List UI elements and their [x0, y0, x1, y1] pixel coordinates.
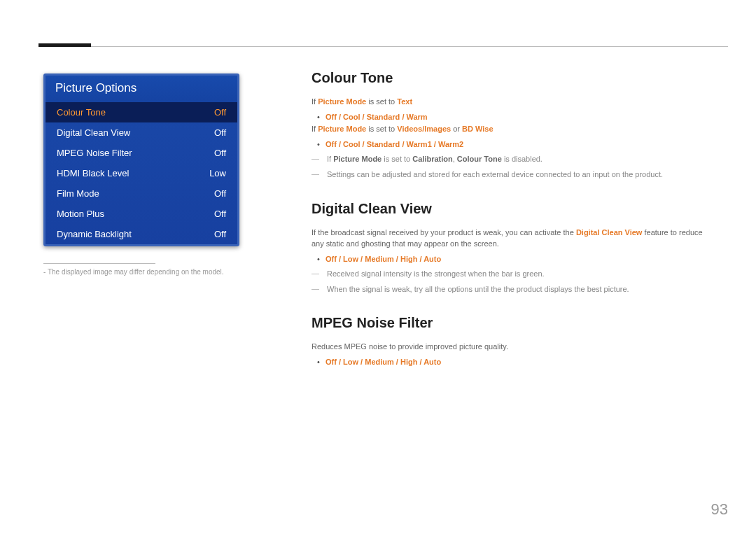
menu-item-digital-clean-view[interactable]: Digital Clean View Off: [46, 122, 237, 143]
ct-line1: If Picture Mode is set to Text: [312, 96, 710, 108]
dcv-note2: When the signal is weak, try all the opt…: [312, 283, 710, 296]
ct-line2: If Picture Mode is set to Videos/Images …: [312, 123, 710, 135]
section-title: Digital Clean View: [312, 201, 710, 217]
menu-item-value: Off: [214, 188, 226, 199]
hl-options: Off / Cool / Standard / Warm1 / Warm2: [326, 140, 463, 148]
menu-item-value: Off: [214, 127, 226, 138]
bold-colour-tone: Colour Tone: [457, 155, 502, 163]
ct-note2: Settings can be adjusted and stored for …: [312, 169, 710, 181]
hl-digital-clean-view: Digital Clean View: [576, 228, 643, 237]
left-column: Picture Options Colour Tone Off Digital …: [43, 73, 239, 276]
menu-item-label: Film Mode: [57, 188, 99, 199]
menu-item-dynamic-backlight[interactable]: Dynamic Backlight Off: [46, 224, 237, 244]
section-mpeg-noise-filter: MPEG Noise Filter Reduces MPEG noise to …: [312, 315, 710, 368]
menu-item-label: Digital Clean View: [57, 127, 130, 138]
menu-item-label: Colour Tone: [57, 107, 106, 118]
section-title: Colour Tone: [312, 70, 710, 86]
text: If: [312, 125, 318, 133]
mpeg-para: Reduces MPEG noise to provide improved p…: [312, 341, 710, 353]
menu-item-label: MPEG Noise Filter: [57, 148, 132, 158]
menu-item-value: Off: [214, 148, 226, 158]
text: If the broadcast signal received by your…: [312, 228, 576, 237]
text: is set to: [366, 125, 397, 133]
ct-bullet2: Off / Cool / Standard / Warm1 / Warm2: [312, 138, 710, 151]
menu-item-motion-plus[interactable]: Motion Plus Off: [46, 204, 237, 224]
hl-text: Text: [397, 97, 412, 106]
text: If: [327, 155, 333, 163]
picture-options-menu: Picture Options Colour Tone Off Digital …: [43, 73, 239, 246]
menu-item-value: Off: [214, 209, 226, 219]
dcv-para: If the broadcast signal received by your…: [312, 227, 710, 250]
hl-bdwise: BD Wise: [462, 125, 493, 133]
hl-options: Off / Cool / Standard / Warm: [326, 113, 428, 121]
text: If: [312, 97, 318, 106]
mpeg-bullet: Off / Low / Medium / High / Auto: [312, 356, 710, 369]
section-title: MPEG Noise Filter: [312, 315, 710, 331]
header-accent: [38, 43, 91, 47]
text: is disabled.: [502, 155, 542, 163]
text: is set to: [382, 155, 412, 163]
menu-item-label: HDMI Black Level: [57, 168, 129, 178]
menu-item-hdmi-black-level[interactable]: HDMI Black Level Low: [46, 163, 237, 183]
text: is set to: [366, 97, 397, 106]
menu-item-mpeg-noise-filter[interactable]: MPEG Noise Filter Off: [46, 143, 237, 163]
dcv-note1: Received signal intensity is the stronge…: [312, 268, 710, 281]
section-colour-tone: Colour Tone If Picture Mode is set to Te…: [312, 70, 710, 181]
right-column: Colour Tone If Picture Mode is set to Te…: [312, 70, 710, 388]
menu-item-film-mode[interactable]: Film Mode Off: [46, 183, 237, 204]
hl-picture-mode: Picture Mode: [318, 125, 366, 133]
footnote-rule: [43, 263, 155, 264]
menu-item-colour-tone[interactable]: Colour Tone Off: [46, 102, 237, 122]
ct-note1: If Picture Mode is set to Calibration, C…: [312, 153, 710, 166]
menu-item-value: Off: [214, 107, 226, 118]
section-digital-clean-view: Digital Clean View If the broadcast sign…: [312, 201, 710, 296]
hl-videos-images: Videos/Images: [397, 125, 451, 133]
menu-item-value: Off: [214, 229, 226, 239]
menu-item-label: Motion Plus: [57, 209, 104, 219]
menu-footnote: - The displayed image may differ dependi…: [43, 268, 239, 276]
text: or: [451, 125, 462, 133]
hl-options: Off / Low / Medium / High / Auto: [326, 358, 441, 366]
bold-calibration: Calibration: [412, 155, 452, 163]
bold-picture-mode: Picture Mode: [333, 155, 382, 163]
hl-options: Off / Low / Medium / High / Auto: [326, 255, 441, 263]
dcv-bullet: Off / Low / Medium / High / Auto: [312, 253, 710, 266]
ct-bullet1: Off / Cool / Standard / Warm: [312, 111, 710, 124]
menu-item-value: Low: [209, 168, 226, 178]
hl-picture-mode: Picture Mode: [318, 97, 366, 106]
menu-title: Picture Options: [46, 76, 237, 102]
menu-item-label: Dynamic Backlight: [57, 229, 132, 239]
page-number: 93: [711, 500, 728, 519]
header-rule: [38, 46, 728, 47]
